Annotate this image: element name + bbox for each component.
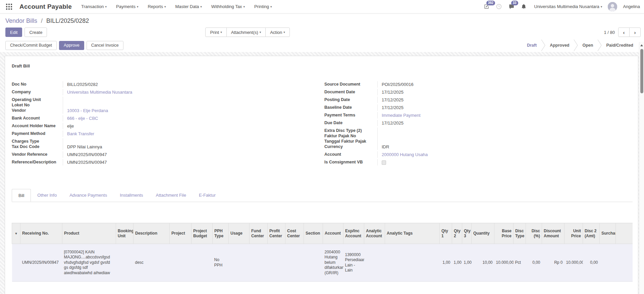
- cell-analytic-account[interactable]: [364, 244, 385, 282]
- next-page-button[interactable]: ›: [629, 28, 641, 37]
- chat-icon[interactable]: 33: [508, 3, 515, 10]
- app-name[interactable]: Account Payable: [19, 3, 72, 10]
- cell-quantity[interactable]: 10,00: [472, 244, 494, 282]
- cell-project-budget[interactable]: [192, 244, 213, 282]
- apps-grid-icon[interactable]: [6, 4, 12, 10]
- edit-button[interactable]: Edit: [5, 28, 22, 37]
- cell-discount-amount[interactable]: Rp 0: [542, 244, 565, 282]
- tab-advance-payments[interactable]: Advance Payments: [63, 189, 113, 202]
- prev-page-button[interactable]: ‹: [618, 28, 630, 37]
- cell-account[interactable]: 2004000 Hutang belum difakturkan (GR/IR): [323, 244, 343, 282]
- form-sheet: Draft Bill Doc NoBILL/2025/0282 CompanyU…: [5, 56, 638, 294]
- vertical-scrollbar[interactable]: [639, 42, 644, 294]
- col-surcharge: Surcharge: [600, 223, 616, 244]
- cell-description[interactable]: desc: [133, 244, 170, 282]
- breadcrumb-parent[interactable]: Vendor Bills: [5, 17, 37, 24]
- cell-fund-center[interactable]: [250, 244, 268, 282]
- cell-disc-pct[interactable]: 0,00: [526, 244, 542, 282]
- cell-surcharge[interactable]: [600, 244, 616, 282]
- menu-reports[interactable]: Reports▾: [148, 4, 166, 9]
- status-approved[interactable]: Approved: [545, 43, 574, 48]
- clock-icon[interactable]: [496, 3, 502, 10]
- is-consignment-vb-checkbox[interactable]: [382, 160, 386, 165]
- col-booking-unit: Booking Unit: [116, 223, 133, 244]
- menu-transaction[interactable]: Transaction▾: [81, 4, 107, 9]
- field-value-baseline-date: 17/12/2025: [377, 104, 519, 111]
- cell-disc-type[interactable]: Pct: [514, 244, 526, 282]
- bell-icon[interactable]: [521, 3, 527, 10]
- field-label-payment-method: Payment Method: [12, 131, 63, 136]
- attachments-button[interactable]: Attachment(s)▾: [226, 28, 266, 37]
- status-paid-credited[interactable]: Paid/Credited: [602, 43, 638, 48]
- field-label-source-document: Source Document: [324, 81, 377, 87]
- topbar-systray: 392 33 Universitas Multimedia Nusantara▾…: [483, 2, 640, 11]
- expand-row-icon[interactable]: ▾: [15, 232, 17, 235]
- status-draft[interactable]: Draft: [523, 43, 541, 48]
- menu-master-data[interactable]: Master Data▾: [175, 4, 202, 9]
- chevron-down-icon: ▾: [601, 5, 602, 8]
- tab-attachment-file[interactable]: Attachment File: [150, 189, 193, 202]
- cell-product[interactable]: [07000042] KAIN MAJONG....abccdsvsfgsd v…: [62, 244, 116, 282]
- breadcrumb-current: BILL/2025/0282: [46, 17, 89, 24]
- table-row[interactable]: UMN/2025/IN/00947 [07000042] KAIN MAJONG…: [12, 244, 633, 282]
- tab-e-faktur[interactable]: E-Faktur: [193, 189, 222, 202]
- cell-cost-center[interactable]: [285, 244, 304, 282]
- create-button[interactable]: Create: [24, 28, 47, 37]
- cancel-invoice-button[interactable]: Cancel Invoice: [87, 41, 123, 50]
- print-button[interactable]: Print▾: [205, 28, 226, 37]
- cell-usage[interactable]: [229, 244, 250, 282]
- chevron-down-icon: ▾: [283, 31, 285, 34]
- cell-analytic-tags[interactable]: [385, 244, 440, 282]
- cell-receiving-no[interactable]: UMN/2025/IN/00947: [20, 244, 62, 282]
- field-value-account[interactable]: 2000000 Hutang Usaha: [382, 152, 428, 157]
- cell-booking-unit[interactable]: [116, 244, 133, 282]
- cell-pph-type[interactable]: No PPH: [213, 244, 229, 282]
- cell-base-price[interactable]: 10.000,00: [494, 244, 514, 282]
- field-label-baseline-date: Baseline Date: [324, 104, 377, 110]
- cell-qty-3[interactable]: 1,00: [462, 244, 472, 282]
- scrollbar-up-arrow-icon[interactable]: [640, 44, 643, 46]
- tab-bill[interactable]: Bill: [12, 189, 31, 202]
- field-value-payment-terms[interactable]: Immediate Payment: [382, 113, 421, 118]
- cell-unit-price[interactable]: 10.000,00: [565, 244, 583, 282]
- cell-profit-center[interactable]: [268, 244, 285, 282]
- col-project: Project: [170, 223, 192, 244]
- field-value-bank-account[interactable]: 666 - elje - CBC: [67, 116, 98, 121]
- menu-payments[interactable]: Payments▾: [116, 4, 138, 9]
- col-disc-type: Disc Type: [514, 223, 526, 244]
- col-base-price: Base Price: [494, 223, 514, 244]
- field-value-payment-method[interactable]: Bank Transfer: [67, 131, 94, 136]
- scrollbar-thumb[interactable]: [640, 49, 643, 93]
- tab-installments[interactable]: Installments: [113, 189, 149, 202]
- field-value-tax-doc-code: DPP Nilai Lainnya: [63, 144, 257, 150]
- approve-button[interactable]: Approve: [59, 41, 84, 50]
- field-label-currency: Currency: [324, 144, 377, 149]
- field-value-due-date: 17/12/2025: [377, 120, 519, 126]
- cell-section[interactable]: [304, 244, 323, 282]
- edit-note-icon[interactable]: 392: [483, 3, 490, 10]
- company-switcher[interactable]: Universitas Multimedia Nusantara▾: [534, 4, 602, 9]
- tab-other-info[interactable]: Other Info: [31, 189, 63, 202]
- user-name[interactable]: Angelina: [623, 4, 640, 9]
- field-value-vendor[interactable]: 10003 - Elje Perdana: [67, 108, 108, 113]
- field-value-extra-disc-type: [377, 128, 519, 133]
- col-project-budget: Project Budget: [192, 223, 213, 244]
- chevron-down-icon: ▾: [270, 5, 272, 8]
- field-label-charges-type: Charges Type: [12, 138, 63, 144]
- status-open[interactable]: Open: [578, 43, 597, 48]
- action-button[interactable]: Action▾: [265, 28, 290, 37]
- cell-qty-2[interactable]: 1,00: [452, 244, 462, 282]
- control-panel: Edit Create Print▾ Attachment(s)▾ Action…: [0, 25, 644, 40]
- col-quantity: Quantity: [472, 223, 494, 244]
- menu-withholding-tax[interactable]: Withholding Tax▾: [211, 4, 245, 9]
- check-commit-budget-button[interactable]: Check/Commit Budget: [5, 41, 57, 50]
- menu-printing[interactable]: Printing▾: [254, 4, 272, 9]
- cell-disc-2-amt[interactable]: 0,00: [583, 244, 600, 282]
- cell-exp-inc-account[interactable]: 1390000 Persediaan Lain - Lain: [343, 244, 364, 282]
- cell-project[interactable]: [170, 244, 192, 282]
- avatar[interactable]: [608, 2, 617, 11]
- field-value-faktur-pajak-no: [377, 133, 519, 138]
- field-value-company[interactable]: Universitas Multimedia Nusantara: [67, 90, 132, 95]
- cell-qty-1[interactable]: 1,00: [440, 244, 452, 282]
- main-menu: Transaction▾ Payments▾ Reports▾ Master D…: [81, 4, 272, 9]
